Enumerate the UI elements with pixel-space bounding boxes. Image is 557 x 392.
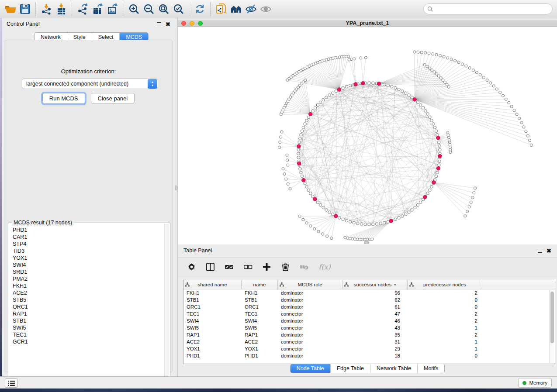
close-panel-icon[interactable]: ✖	[166, 21, 170, 27]
result-node[interactable]: ACE2	[9, 289, 164, 296]
table-scrollbar[interactable]	[549, 290, 554, 363]
result-node[interactable]: ORC1	[9, 303, 164, 310]
panel-divider[interactable]	[175, 18, 178, 376]
table-row[interactable]: RAP1RAP1dominator352	[183, 331, 555, 338]
delete-column-icon[interactable]	[280, 261, 291, 272]
result-node[interactable]: FKH1	[9, 282, 164, 289]
result-node[interactable]: PMA2	[9, 275, 164, 282]
result-node[interactable]: CAR1	[9, 234, 164, 241]
column-header-predecessor-nodes[interactable]: predecessor nodes	[408, 280, 482, 289]
column-header-MCDS-role[interactable]: MCDS role	[278, 280, 343, 289]
table-cell: 2	[408, 311, 482, 316]
table-scrollbar-thumb[interactable]	[550, 292, 554, 343]
network-canvas[interactable]	[178, 27, 557, 244]
import-network-icon[interactable]	[39, 2, 54, 16]
result-node[interactable]: SWI4	[9, 261, 164, 268]
mcds-result-box: MCDS result (17 nodes) PHD1CAR1STP4TID3Y…	[8, 223, 170, 385]
maximize-window-icon[interactable]	[198, 21, 203, 26]
run-mcds-button[interactable]: Run MCDS	[42, 93, 85, 104]
table-cell: ACE2	[242, 339, 278, 344]
column-header-shared-name[interactable]: shared name	[183, 280, 242, 289]
table-cell: 46	[343, 318, 408, 323]
close-panel-button[interactable]: Close panel	[91, 93, 135, 104]
add-column-icon[interactable]	[261, 261, 272, 272]
result-node[interactable]: TID3	[9, 248, 164, 254]
open-session-icon[interactable]	[3, 2, 17, 16]
network-graph[interactable]	[178, 27, 557, 244]
table-row[interactable]: PHD1PHD1dominator180	[183, 352, 555, 359]
result-node[interactable]: STP4	[9, 241, 164, 248]
table-cell: 43	[343, 325, 408, 330]
zoom-fit-icon[interactable]	[156, 2, 171, 16]
memory-status-icon	[522, 381, 526, 385]
tab-node-table[interactable]: Node Table	[291, 364, 331, 373]
close-window-icon[interactable]	[181, 21, 186, 26]
zoom-selected-icon[interactable]	[171, 2, 186, 16]
node-table[interactable]: shared namenameMCDS rolesuccessor nodes▾…	[183, 280, 555, 364]
result-node[interactable]: YOX1	[9, 254, 164, 261]
table-row[interactable]: TEC1TEC1connector472	[183, 310, 555, 317]
optimization-criterion-label: Optimization criterion:	[4, 68, 173, 75]
result-node[interactable]: SWI5	[9, 324, 164, 331]
float-table-panel-icon[interactable]	[538, 249, 542, 253]
result-node[interactable]: TEC1	[9, 331, 164, 338]
zoom-out-icon[interactable]	[141, 2, 156, 16]
search-box[interactable]	[423, 3, 553, 14]
tab-motifs[interactable]: Motifs	[418, 364, 444, 373]
result-node[interactable]: RAP1	[9, 310, 164, 317]
column-header-name[interactable]: name	[242, 280, 278, 289]
result-node[interactable]: PHD1	[9, 227, 164, 234]
result-node[interactable]: STB5	[9, 296, 164, 303]
result-node[interactable]: STB1	[9, 317, 164, 324]
table-row[interactable]: ACE2ACE2connector311	[183, 338, 555, 345]
split-columns-icon[interactable]	[204, 261, 216, 272]
table-cell: 2	[408, 332, 482, 337]
table-row[interactable]: SWI5SWI5connector431	[183, 324, 555, 331]
table-row[interactable]: FKH1FKH1dominator962	[183, 289, 555, 296]
search-input[interactable]	[433, 6, 552, 12]
minimize-window-icon[interactable]	[190, 21, 194, 26]
column-header-successor-nodes[interactable]: successor nodes▾	[343, 280, 408, 289]
mcds-result-list[interactable]: PHD1CAR1STP4TID3YOX1SWI4SRD1PMA2FKH1ACE2…	[9, 227, 164, 384]
float-panel-icon[interactable]	[157, 22, 161, 26]
zoom-in-icon[interactable]	[126, 2, 141, 16]
hide-selected-icon[interactable]	[243, 2, 258, 16]
export-image-icon[interactable]	[105, 2, 120, 16]
tab-network-table[interactable]: Network Table	[370, 364, 418, 373]
table-row[interactable]: STB1STB1dominator620	[183, 296, 555, 303]
clone-network-icon[interactable]	[214, 2, 228, 16]
result-list-scrollbar[interactable]	[164, 224, 169, 384]
show-all-icon[interactable]	[258, 2, 273, 16]
deselect-all-icon[interactable]	[242, 261, 253, 272]
memory-label: Memory	[529, 380, 547, 385]
select-all-icon[interactable]	[223, 261, 235, 272]
result-node[interactable]: SRD1	[9, 268, 164, 275]
network-window-titlebar[interactable]: YPA_prune.txt_1	[178, 20, 557, 27]
import-table-icon[interactable]	[54, 2, 69, 16]
table-cell: connector	[278, 346, 343, 351]
export-network-icon[interactable]	[75, 2, 90, 16]
table-cell: YOX1	[183, 346, 242, 351]
table-row[interactable]: ORC1ORC1dominator610	[183, 303, 555, 310]
column-header-empty	[482, 280, 551, 289]
first-neighbors-icon[interactable]	[228, 2, 243, 16]
table-row[interactable]: YOX1YOX1connector291	[183, 345, 555, 352]
memory-button[interactable]: Memory	[518, 378, 552, 388]
criterion-dropdown[interactable]: largest connected component (undirected)…	[22, 79, 158, 89]
close-table-panel-icon[interactable]: ✖	[547, 248, 551, 254]
table-cell: 35	[343, 332, 408, 337]
task-history-button[interactable]	[5, 378, 18, 388]
table-cell: 31	[343, 339, 408, 344]
result-node[interactable]: GCR1	[9, 338, 164, 345]
apply-layout-icon[interactable]	[192, 2, 207, 16]
tab-edge-table[interactable]: Edge Table	[331, 364, 370, 373]
split-grip[interactable]	[364, 241, 369, 244]
save-session-icon[interactable]	[17, 2, 32, 16]
gear-icon[interactable]	[186, 261, 197, 272]
table-row[interactable]: SWI4SWI4dominator462	[183, 317, 555, 324]
divider-grip[interactable]	[175, 186, 177, 190]
table-cell: dominator	[278, 332, 343, 337]
table-cell: SWI5	[183, 325, 242, 330]
export-table-icon[interactable]	[90, 2, 105, 16]
control-panel: Control Panel ✖ NetworkStyleSelectMCDS O…	[2, 18, 175, 376]
